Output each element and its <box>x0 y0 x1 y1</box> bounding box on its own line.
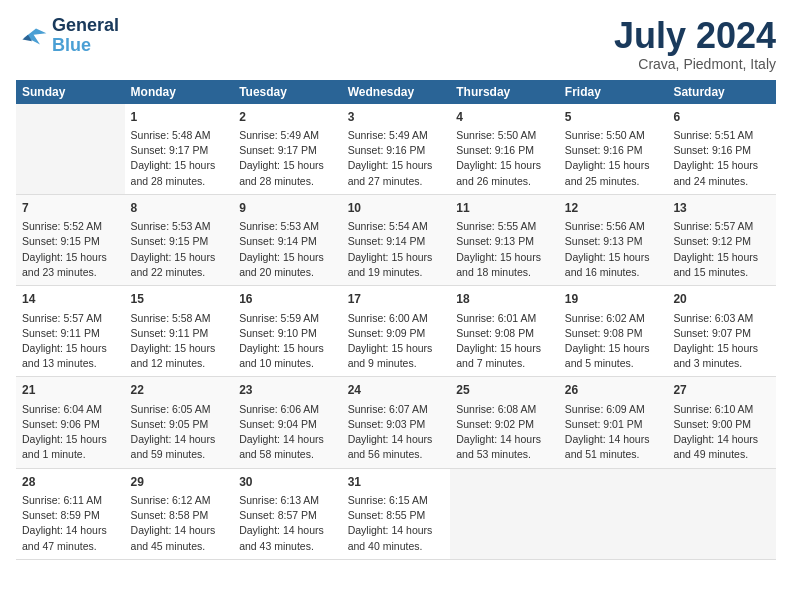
day-number: 5 <box>565 109 662 126</box>
header: General Blue July 2024 Crava, Piedmont, … <box>16 16 776 72</box>
month-title: July 2024 <box>614 16 776 56</box>
day-number: 31 <box>348 474 445 491</box>
calendar-cell: 6Sunrise: 5:51 AMSunset: 9:16 PMDaylight… <box>667 104 776 195</box>
day-number: 12 <box>565 200 662 217</box>
day-detail: Sunrise: 5:59 AMSunset: 9:10 PMDaylight:… <box>239 311 336 372</box>
day-detail: Sunrise: 6:02 AMSunset: 9:08 PMDaylight:… <box>565 311 662 372</box>
calendar-cell: 15Sunrise: 5:58 AMSunset: 9:11 PMDayligh… <box>125 286 234 377</box>
day-detail: Sunrise: 5:55 AMSunset: 9:13 PMDaylight:… <box>456 219 553 280</box>
day-detail: Sunrise: 6:08 AMSunset: 9:02 PMDaylight:… <box>456 402 553 463</box>
day-detail: Sunrise: 6:07 AMSunset: 9:03 PMDaylight:… <box>348 402 445 463</box>
calendar-cell: 23Sunrise: 6:06 AMSunset: 9:04 PMDayligh… <box>233 377 342 468</box>
day-detail: Sunrise: 6:12 AMSunset: 8:58 PMDaylight:… <box>131 493 228 554</box>
day-header-friday: Friday <box>559 80 668 104</box>
calendar-cell: 3Sunrise: 5:49 AMSunset: 9:16 PMDaylight… <box>342 104 451 195</box>
day-detail: Sunrise: 5:49 AMSunset: 9:17 PMDaylight:… <box>239 128 336 189</box>
day-number: 19 <box>565 291 662 308</box>
calendar-cell <box>559 468 668 559</box>
day-number: 11 <box>456 200 553 217</box>
day-number: 20 <box>673 291 770 308</box>
day-number: 27 <box>673 382 770 399</box>
day-detail: Sunrise: 5:54 AMSunset: 9:14 PMDaylight:… <box>348 219 445 280</box>
calendar-cell: 14Sunrise: 5:57 AMSunset: 9:11 PMDayligh… <box>16 286 125 377</box>
logo-icon <box>16 22 48 50</box>
day-number: 6 <box>673 109 770 126</box>
day-detail: Sunrise: 6:10 AMSunset: 9:00 PMDaylight:… <box>673 402 770 463</box>
calendar-cell: 16Sunrise: 5:59 AMSunset: 9:10 PMDayligh… <box>233 286 342 377</box>
day-number: 24 <box>348 382 445 399</box>
calendar-cell <box>450 468 559 559</box>
location: Crava, Piedmont, Italy <box>614 56 776 72</box>
day-header-saturday: Saturday <box>667 80 776 104</box>
calendar-cell: 22Sunrise: 6:05 AMSunset: 9:05 PMDayligh… <box>125 377 234 468</box>
calendar-cell: 8Sunrise: 5:53 AMSunset: 9:15 PMDaylight… <box>125 194 234 285</box>
day-number: 22 <box>131 382 228 399</box>
calendar-cell: 28Sunrise: 6:11 AMSunset: 8:59 PMDayligh… <box>16 468 125 559</box>
calendar-cell: 27Sunrise: 6:10 AMSunset: 9:00 PMDayligh… <box>667 377 776 468</box>
day-header-wednesday: Wednesday <box>342 80 451 104</box>
day-detail: Sunrise: 5:52 AMSunset: 9:15 PMDaylight:… <box>22 219 119 280</box>
day-number: 30 <box>239 474 336 491</box>
calendar-cell: 10Sunrise: 5:54 AMSunset: 9:14 PMDayligh… <box>342 194 451 285</box>
logo: General Blue <box>16 16 119 56</box>
week-row-2: 7Sunrise: 5:52 AMSunset: 9:15 PMDaylight… <box>16 194 776 285</box>
calendar-cell: 7Sunrise: 5:52 AMSunset: 9:15 PMDaylight… <box>16 194 125 285</box>
day-number: 16 <box>239 291 336 308</box>
calendar-cell: 13Sunrise: 5:57 AMSunset: 9:12 PMDayligh… <box>667 194 776 285</box>
calendar-cell: 11Sunrise: 5:55 AMSunset: 9:13 PMDayligh… <box>450 194 559 285</box>
day-header-thursday: Thursday <box>450 80 559 104</box>
day-detail: Sunrise: 6:00 AMSunset: 9:09 PMDaylight:… <box>348 311 445 372</box>
day-number: 3 <box>348 109 445 126</box>
day-detail: Sunrise: 6:15 AMSunset: 8:55 PMDaylight:… <box>348 493 445 554</box>
day-header-monday: Monday <box>125 80 234 104</box>
day-detail: Sunrise: 5:53 AMSunset: 9:15 PMDaylight:… <box>131 219 228 280</box>
calendar-table: SundayMondayTuesdayWednesdayThursdayFrid… <box>16 80 776 560</box>
calendar-cell <box>667 468 776 559</box>
calendar-cell: 31Sunrise: 6:15 AMSunset: 8:55 PMDayligh… <box>342 468 451 559</box>
day-detail: Sunrise: 5:49 AMSunset: 9:16 PMDaylight:… <box>348 128 445 189</box>
day-number: 14 <box>22 291 119 308</box>
day-detail: Sunrise: 6:05 AMSunset: 9:05 PMDaylight:… <box>131 402 228 463</box>
week-row-1: 1Sunrise: 5:48 AMSunset: 9:17 PMDaylight… <box>16 104 776 195</box>
day-detail: Sunrise: 5:58 AMSunset: 9:11 PMDaylight:… <box>131 311 228 372</box>
calendar-cell: 26Sunrise: 6:09 AMSunset: 9:01 PMDayligh… <box>559 377 668 468</box>
day-number: 1 <box>131 109 228 126</box>
day-number: 9 <box>239 200 336 217</box>
day-number: 13 <box>673 200 770 217</box>
week-row-5: 28Sunrise: 6:11 AMSunset: 8:59 PMDayligh… <box>16 468 776 559</box>
day-number: 25 <box>456 382 553 399</box>
calendar-cell: 12Sunrise: 5:56 AMSunset: 9:13 PMDayligh… <box>559 194 668 285</box>
calendar-cell: 18Sunrise: 6:01 AMSunset: 9:08 PMDayligh… <box>450 286 559 377</box>
logo-text: General Blue <box>52 16 119 56</box>
calendar-cell: 9Sunrise: 5:53 AMSunset: 9:14 PMDaylight… <box>233 194 342 285</box>
day-number: 21 <box>22 382 119 399</box>
week-row-4: 21Sunrise: 6:04 AMSunset: 9:06 PMDayligh… <box>16 377 776 468</box>
calendar-cell <box>16 104 125 195</box>
day-number: 29 <box>131 474 228 491</box>
day-number: 8 <box>131 200 228 217</box>
day-detail: Sunrise: 5:57 AMSunset: 9:11 PMDaylight:… <box>22 311 119 372</box>
calendar-cell: 19Sunrise: 6:02 AMSunset: 9:08 PMDayligh… <box>559 286 668 377</box>
day-number: 23 <box>239 382 336 399</box>
day-detail: Sunrise: 6:03 AMSunset: 9:07 PMDaylight:… <box>673 311 770 372</box>
day-detail: Sunrise: 6:06 AMSunset: 9:04 PMDaylight:… <box>239 402 336 463</box>
day-number: 10 <box>348 200 445 217</box>
calendar-cell: 30Sunrise: 6:13 AMSunset: 8:57 PMDayligh… <box>233 468 342 559</box>
day-detail: Sunrise: 6:04 AMSunset: 9:06 PMDaylight:… <box>22 402 119 463</box>
day-detail: Sunrise: 6:09 AMSunset: 9:01 PMDaylight:… <box>565 402 662 463</box>
day-number: 26 <box>565 382 662 399</box>
day-number: 18 <box>456 291 553 308</box>
calendar-cell: 5Sunrise: 5:50 AMSunset: 9:16 PMDaylight… <box>559 104 668 195</box>
day-detail: Sunrise: 5:57 AMSunset: 9:12 PMDaylight:… <box>673 219 770 280</box>
calendar-cell: 4Sunrise: 5:50 AMSunset: 9:16 PMDaylight… <box>450 104 559 195</box>
calendar-cell: 21Sunrise: 6:04 AMSunset: 9:06 PMDayligh… <box>16 377 125 468</box>
day-detail: Sunrise: 5:51 AMSunset: 9:16 PMDaylight:… <box>673 128 770 189</box>
day-detail: Sunrise: 5:53 AMSunset: 9:14 PMDaylight:… <box>239 219 336 280</box>
day-header-tuesday: Tuesday <box>233 80 342 104</box>
day-number: 15 <box>131 291 228 308</box>
day-detail: Sunrise: 5:50 AMSunset: 9:16 PMDaylight:… <box>565 128 662 189</box>
calendar-cell: 29Sunrise: 6:12 AMSunset: 8:58 PMDayligh… <box>125 468 234 559</box>
day-number: 7 <box>22 200 119 217</box>
day-detail: Sunrise: 5:56 AMSunset: 9:13 PMDaylight:… <box>565 219 662 280</box>
day-detail: Sunrise: 6:11 AMSunset: 8:59 PMDaylight:… <box>22 493 119 554</box>
